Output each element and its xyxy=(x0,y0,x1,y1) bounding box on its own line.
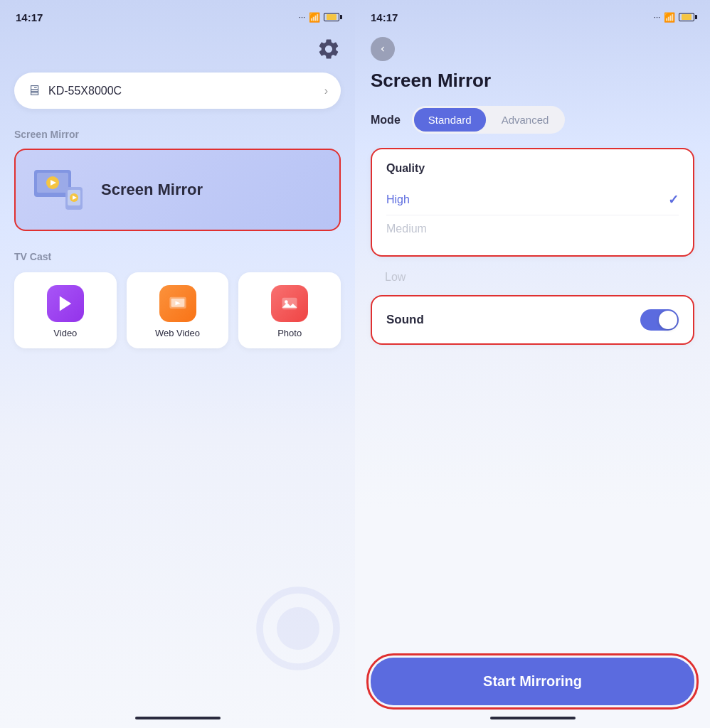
status-icons-right: ··· 📶 xyxy=(654,12,694,23)
quality-card: Quality High ✓ Medium xyxy=(371,148,694,257)
wifi-icon-right: 📶 xyxy=(664,12,675,23)
video-cast-icon xyxy=(47,285,84,322)
mode-label: Mode xyxy=(371,114,401,127)
quality-option-high[interactable]: High ✓ xyxy=(386,185,679,215)
wifi-icon-left: 📶 xyxy=(309,12,320,23)
play-icon-video xyxy=(55,294,75,314)
start-mirroring-button[interactable]: Start Mirroring xyxy=(371,658,694,705)
quality-low-label: Low xyxy=(385,271,406,283)
svg-marker-8 xyxy=(60,296,71,311)
monitor-icon: 🖥 xyxy=(27,82,41,99)
status-bar-left: 14:17 ··· 📶 xyxy=(0,0,355,31)
device-selector-left: 🖥 KD-55X8000C xyxy=(27,82,122,99)
video-cast-label: Video xyxy=(53,328,77,338)
device-name: KD-55X8000C xyxy=(48,85,122,97)
photo-cast-icon xyxy=(271,285,308,322)
quality-high-check-icon: ✓ xyxy=(668,192,679,208)
photo-icon xyxy=(280,294,300,314)
sound-toggle[interactable] xyxy=(640,309,679,331)
battery-icon-left xyxy=(324,13,339,21)
home-indicator-right xyxy=(490,717,576,719)
screen-mirror-card[interactable]: Screen Mirror xyxy=(14,149,341,231)
home-indicator-left xyxy=(135,717,221,719)
tv-cast-section-title: TV Cast xyxy=(14,251,341,262)
sound-label: Sound xyxy=(386,313,424,327)
photo-cast-label: Photo xyxy=(277,328,302,338)
screen-mirror-label: Screen Mirror xyxy=(101,181,203,199)
back-arrow-icon xyxy=(378,44,388,54)
settings-button-container xyxy=(14,37,341,61)
web-video-cast-label: Web Video xyxy=(155,328,200,338)
toggle-thumb xyxy=(659,311,677,329)
left-panel: 14:17 ··· 📶 🖥 KD-55X8000C › Screen Mirro… xyxy=(0,0,355,728)
cast-item-web-video[interactable]: Web Video xyxy=(127,272,229,348)
spacer xyxy=(371,356,694,658)
settings-icon[interactable] xyxy=(317,37,341,61)
time-right: 14:17 xyxy=(371,11,398,23)
mode-advanced-btn[interactable]: Advanced xyxy=(487,108,563,132)
screen-mirror-section-title: Screen Mirror xyxy=(14,129,341,140)
web-video-cast-icon xyxy=(159,285,196,322)
right-content: Screen Mirror Mode Standard Advanced Qua… xyxy=(355,31,710,717)
device-selector[interactable]: 🖥 KD-55X8000C › xyxy=(14,73,341,109)
mode-toggle: Standard Advanced xyxy=(412,106,566,134)
screen-mirror-svg xyxy=(31,167,88,213)
cast-item-photo[interactable]: Photo xyxy=(238,272,341,348)
chevron-right-icon: › xyxy=(324,85,328,97)
status-bar-right: 14:17 ··· 📶 xyxy=(355,0,710,31)
quality-high-label: High xyxy=(386,193,410,206)
status-icons-left: ··· 📶 xyxy=(299,12,339,23)
svg-point-16 xyxy=(277,607,319,650)
quality-option-low[interactable]: Low xyxy=(371,268,694,295)
screen-mirror-illustration xyxy=(31,167,88,213)
page-title: Screen Mirror xyxy=(371,70,694,92)
back-button[interactable] xyxy=(371,37,395,61)
watermark-decoration xyxy=(255,586,341,671)
battery-icon-right xyxy=(679,13,694,21)
quality-title: Quality xyxy=(386,162,679,175)
quality-medium-label: Medium xyxy=(386,223,427,235)
time-left: 14:17 xyxy=(16,11,43,23)
signal-dots-left: ··· xyxy=(299,13,305,21)
signal-dots-right: ··· xyxy=(654,13,660,21)
mode-row: Mode Standard Advanced xyxy=(371,106,694,134)
sound-card: Sound xyxy=(371,295,694,345)
right-panel: 14:17 ··· 📶 Screen Mirror Mode Standard … xyxy=(355,0,710,728)
cast-item-video[interactable]: Video xyxy=(14,272,117,348)
play-icon-web-video xyxy=(168,294,188,314)
mode-standard-btn[interactable]: Standard xyxy=(414,108,486,132)
quality-option-medium[interactable]: Medium xyxy=(386,215,679,242)
tv-cast-grid: Video Web Video xyxy=(14,272,341,348)
